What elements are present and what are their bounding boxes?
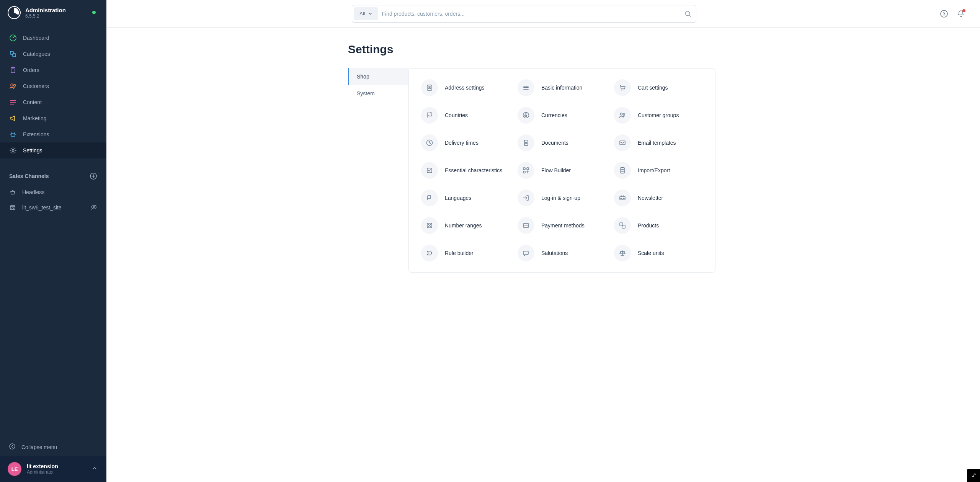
channel-item[interactable]: lit_sw6_test_site	[0, 200, 106, 215]
nav-item-label: Extensions	[23, 131, 49, 137]
search-filter-label: All	[359, 11, 365, 16]
settings-item-languages[interactable]: Languages	[421, 190, 510, 206]
essential-icon	[421, 162, 438, 179]
search-input[interactable]	[382, 11, 678, 17]
settings-item-import-export[interactable]: Import/Export	[614, 162, 703, 179]
nav-item-settings[interactable]: Settings	[0, 142, 106, 158]
nav-item-catalogues[interactable]: Catalogues	[0, 46, 106, 62]
settings-tabs: ShopSystem	[348, 68, 408, 102]
settings-item-label: Flow Builder	[541, 167, 571, 173]
settings-item-payment[interactable]: Payment methods	[518, 217, 606, 234]
settings-item-salutations[interactable]: Salutations	[518, 245, 606, 261]
settings-item-cart[interactable]: Cart settings	[614, 79, 703, 96]
email-icon	[614, 134, 631, 151]
settings-item-delivery[interactable]: Delivery times	[421, 134, 510, 151]
nav-item-dashboard[interactable]: Dashboard	[0, 30, 106, 46]
nav-item-marketing[interactable]: Marketing	[0, 110, 106, 126]
user-panel[interactable]: LE lit extension Administrator	[0, 456, 106, 482]
languages-icon	[421, 190, 438, 206]
settings-item-label: Scale units	[638, 250, 664, 256]
settings-item-label: Customer groups	[638, 112, 679, 118]
chevron-up-icon	[92, 466, 97, 472]
svg-point-22	[623, 114, 625, 115]
svg-rect-27	[527, 168, 529, 170]
number-ranges-icon	[421, 217, 438, 234]
settings-item-documents[interactable]: Documents	[518, 134, 606, 151]
search-icon	[684, 10, 691, 17]
plus-circle-icon	[90, 173, 97, 180]
collapse-menu-button[interactable]: Collapse menu	[0, 438, 106, 456]
svg-point-35	[970, 472, 977, 479]
svg-point-29	[620, 168, 625, 170]
channel-label: Headless	[22, 189, 44, 195]
import-export-icon	[614, 162, 631, 179]
search-button[interactable]	[682, 8, 694, 20]
nav-item-label: Catalogues	[23, 51, 50, 57]
settings-item-label: Delivery times	[445, 140, 479, 146]
nav-item-content[interactable]: Content	[0, 94, 106, 110]
topbar: All	[106, 0, 980, 28]
settings-item-flow[interactable]: Flow Builder	[518, 162, 606, 179]
settings-item-scale[interactable]: Scale units	[614, 245, 703, 261]
nav-item-customers[interactable]: Customers	[0, 78, 106, 94]
svg-point-14	[941, 10, 947, 17]
storefront-icon	[9, 204, 16, 211]
settings-item-currencies[interactable]: Currencies	[518, 107, 606, 124]
nav-item-label: Marketing	[23, 115, 46, 121]
salutations-icon	[518, 245, 534, 261]
nav-item-label: Orders	[23, 67, 39, 73]
help-button[interactable]	[937, 7, 951, 21]
settings-item-label: Essential characteristics	[445, 167, 502, 173]
settings-tab-system[interactable]: System	[348, 85, 408, 102]
settings-item-login[interactable]: Log-in & sign-up	[518, 190, 606, 206]
settings-item-essential[interactable]: Essential characteristics	[421, 162, 510, 179]
nav-item-extensions[interactable]: Extensions	[0, 126, 106, 142]
customer-groups-icon	[614, 107, 631, 124]
catalogues-icon	[9, 50, 17, 58]
scale-icon	[614, 245, 631, 261]
settings-item-label: Documents	[541, 140, 568, 146]
svg-rect-28	[523, 171, 525, 173]
countries-icon	[421, 107, 438, 124]
svg-point-17	[429, 86, 430, 88]
channel-item[interactable]: Headless	[0, 185, 106, 200]
settings-item-customer-groups[interactable]: Customer groups	[614, 107, 703, 124]
main-nav: DashboardCataloguesOrdersCustomersConten…	[0, 25, 106, 163]
settings-item-label: Email templates	[638, 140, 676, 146]
svg-point-9	[12, 150, 14, 152]
settings-item-info[interactable]: Basic information	[518, 79, 606, 96]
main-area: All S	[106, 0, 980, 482]
settings-item-label: Address settings	[445, 85, 485, 91]
collapse-menu-label: Collapse menu	[21, 444, 57, 450]
settings-item-label: Number ranges	[445, 222, 482, 229]
settings-item-address[interactable]: Address settings	[421, 79, 510, 96]
search-filter-dropdown[interactable]: All	[354, 7, 378, 20]
settings-item-email[interactable]: Email templates	[614, 134, 703, 151]
notifications-button[interactable]	[954, 7, 968, 21]
info-icon	[518, 79, 534, 96]
help-icon	[940, 10, 948, 18]
settings-item-products[interactable]: Products	[614, 217, 703, 234]
user-name: lit extension	[27, 463, 58, 469]
settings-item-newsletter[interactable]: Newsletter	[614, 190, 703, 206]
settings-tab-shop[interactable]: Shop	[348, 68, 408, 85]
content-icon	[9, 98, 17, 106]
add-channel-button[interactable]	[90, 172, 97, 180]
settings-item-label: Countries	[445, 112, 468, 118]
settings-item-label: Payment methods	[541, 222, 585, 229]
settings-item-countries[interactable]: Countries	[421, 107, 510, 124]
settings-item-rule[interactable]: Rule builder	[421, 245, 510, 261]
nav-item-label: Customers	[23, 83, 49, 89]
chevron-down-icon	[368, 11, 372, 16]
settings-item-label: Products	[638, 222, 659, 229]
settings-grid: Address settingsBasic informationCart se…	[408, 68, 715, 273]
delivery-icon	[421, 134, 438, 151]
settings-item-label: Rule builder	[445, 250, 474, 256]
symfony-icon	[969, 471, 978, 480]
channel-label: lit_sw6_test_site	[22, 204, 62, 211]
nav-item-orders[interactable]: Orders	[0, 62, 106, 78]
svg-point-7	[14, 85, 16, 87]
svg-point-12	[10, 444, 15, 449]
settings-item-number-ranges[interactable]: Number ranges	[421, 217, 510, 234]
symfony-toolbar-button[interactable]	[967, 469, 980, 482]
